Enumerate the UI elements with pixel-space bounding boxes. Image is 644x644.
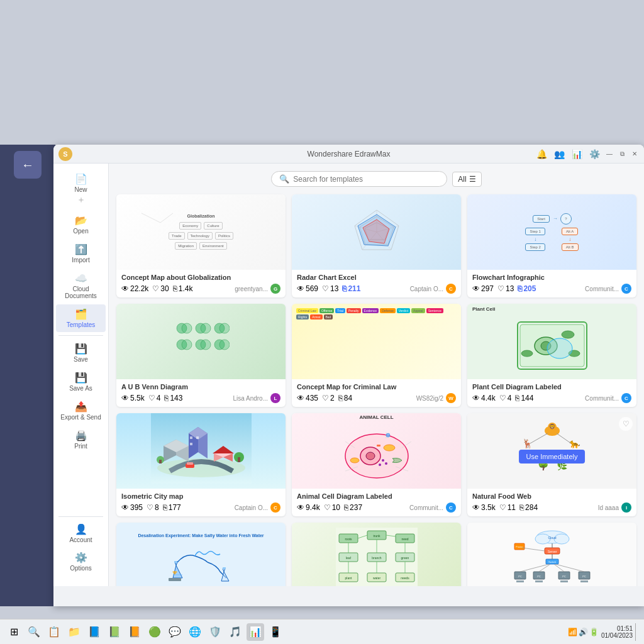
heart-icon: ♡ xyxy=(497,284,504,293)
sidebar-item-import[interactable]: ⬆️ Import xyxy=(56,240,106,267)
search-taskbar[interactable]: 🔍 xyxy=(25,623,43,641)
import-icon: ⬆️ xyxy=(75,243,87,255)
template-card-venn[interactable]: A U B Venn Diagram 👁 5.5k ♡ 4 xyxy=(116,304,286,407)
user-avatar[interactable]: S xyxy=(58,147,72,161)
template-card-flowchart[interactable]: Start → ? Step 1 ↓ Step 2 xyxy=(467,194,636,297)
views-stat: 👁 9.4k xyxy=(297,503,320,512)
template-card-concept-globalization[interactable]: Globalization Economy Culture Trade Tech… xyxy=(116,194,286,297)
views-stat: 👁 5.5k xyxy=(121,394,145,402)
sidebar-item-templates[interactable]: 🗂️ Templates xyxy=(56,304,106,332)
filter-label: All xyxy=(458,175,466,184)
restore-button[interactable]: ⧉ xyxy=(618,150,626,158)
file-explorer-button[interactable]: 📁 xyxy=(65,623,83,641)
svg-rect-82 xyxy=(169,578,181,581)
close-button[interactable]: ✕ xyxy=(630,150,639,158)
search-input[interactable] xyxy=(293,175,439,184)
taskbar: ⊞ 🔍 📋 📁 📘 📗 📙 🟢 💬 🌐 🛡️ 🎵 📊 📱 📶 🔊 🔋 01:51… xyxy=(0,619,644,644)
svg-rect-41 xyxy=(190,443,192,445)
network-tray[interactable]: 📶 xyxy=(568,628,577,636)
title-bar-left: S xyxy=(58,147,72,161)
svg-text:trunk: trunk xyxy=(373,534,380,538)
stats-left: 👁 297 ♡ 13 ⎘ 205 xyxy=(472,284,536,293)
sidebar-item-saveas[interactable]: 💾 Save As xyxy=(56,368,106,396)
start-button[interactable]: ⊞ xyxy=(5,623,23,641)
svg-text:🦁: 🦁 xyxy=(549,423,555,430)
ppt-button[interactable]: 📙 xyxy=(126,623,143,641)
sidebar-item-open[interactable]: 📂 Open xyxy=(56,211,106,238)
template-card-city-map[interactable]: Isometric City map 👁 395 ♡ 8 xyxy=(116,413,286,516)
green-app[interactable]: 🟢 xyxy=(146,623,164,641)
battery-tray[interactable]: 🔋 xyxy=(589,628,599,636)
sidebar-label-export: Export & Send xyxy=(60,414,101,421)
music-button[interactable]: 🎵 xyxy=(226,623,244,641)
template-card-food-web[interactable]: ♡ 🦁 � xyxy=(467,413,636,516)
clock[interactable]: 01:51 01/04/2023 xyxy=(601,625,633,639)
sidebar-item-save[interactable]: 💾 Save xyxy=(56,339,106,367)
stats-icon[interactable]: 📊 xyxy=(570,147,584,161)
copy-icon: ⎘ xyxy=(173,284,177,293)
template-card-food-web2[interactable]: roots trunk need leaf xyxy=(292,523,461,586)
app-title: Wondershare EdrawMax xyxy=(308,150,391,158)
thumb-city xyxy=(116,413,286,489)
time: 01:51 xyxy=(601,625,633,632)
sidebar-label-open: Open xyxy=(73,228,88,235)
notification-icon[interactable]: 🔔 xyxy=(535,147,548,161)
settings-icon[interactable]: ⚙️ xyxy=(587,147,601,161)
stats-row: 👁 435 ♡ 2 ⎘ 84 xyxy=(297,393,456,403)
excel-button[interactable]: 📗 xyxy=(106,623,123,641)
sidebar-item-cloud[interactable]: ☁️ Cloud Documents xyxy=(56,269,106,303)
likes-stat: ♡ 4 xyxy=(499,394,512,402)
venn-svg xyxy=(173,319,230,364)
search-box[interactable]: 🔍 xyxy=(271,171,447,187)
radar-svg xyxy=(352,207,402,257)
minimize-button[interactable]: — xyxy=(605,150,614,158)
template-card-plant-cell[interactable]: Plant Cell xyxy=(467,304,636,407)
thumb-animal-cell: ANIMAL CELL xyxy=(292,413,461,489)
use-immediately-button[interactable]: Use Immediately xyxy=(519,450,586,464)
telegram-button[interactable]: 💬 xyxy=(166,623,184,641)
back-button[interactable]: ← xyxy=(14,151,42,179)
svg-rect-123 xyxy=(516,580,524,582)
edraw-taskbar[interactable]: 📊 xyxy=(247,623,264,641)
template-card-animal-cell[interactable]: ANIMAL CELL xyxy=(292,413,461,516)
shield-button[interactable]: 🛡️ xyxy=(206,623,224,641)
chrome-button[interactable]: 🌐 xyxy=(186,623,204,641)
date: 01/04/2023 xyxy=(601,632,633,639)
svg-point-23 xyxy=(219,340,230,350)
template-card-criminal-law[interactable]: Criminal Law Offense Trial Penalty Evide… xyxy=(292,304,461,407)
copy-icon: ⎘ xyxy=(519,503,524,512)
stats-left: 👁 3.5k ♡ 11 ⎘ 284 xyxy=(472,503,538,512)
copies-stat: ⎘ 237 xyxy=(344,503,362,512)
search-icon: 🔍 xyxy=(279,174,289,184)
template-card-network[interactable]: Cloud Server Switch xyxy=(467,523,636,586)
sidebar-item-print[interactable]: 🖨️ Print xyxy=(56,426,106,453)
plant-cell-svg xyxy=(514,316,590,372)
copies-stat: ⎘ 144 xyxy=(515,394,533,402)
sidebar-item-account[interactable]: 👤 Account xyxy=(56,519,106,547)
sidebar-item-options[interactable]: ⚙️ Options xyxy=(56,548,106,575)
sidebar-item-export[interactable]: 📤 Export & Send xyxy=(56,397,106,425)
card-title: Concept Map for Criminal Law xyxy=(297,383,456,391)
plant-cell-diagram: Plant Cell xyxy=(467,304,636,379)
stats-row: 👁 4.4k ♡ 4 ⎘ 144 xyxy=(472,393,631,403)
thumb-desalination: Desalination Experiment: Make Salty Wate… xyxy=(116,523,286,586)
show-desktop[interactable] xyxy=(635,623,639,641)
copy-icon: ⎘ xyxy=(342,284,347,293)
copies-stat: ⎘ 284 xyxy=(519,503,538,512)
volume-tray[interactable]: 🔊 xyxy=(579,628,588,636)
users-icon[interactable]: 👥 xyxy=(552,147,566,161)
sidebar-item-new[interactable]: 📄 New ＋ xyxy=(56,169,106,209)
template-card-radar[interactable]: Radar Chart Excel 👁 569 ♡ 13 xyxy=(292,194,461,297)
svg-rect-126 xyxy=(535,580,543,582)
word-button[interactable]: 📘 xyxy=(86,623,103,641)
stats-row: 👁 9.4k ♡ 10 ⎘ 237 xyxy=(297,502,456,513)
template-card-desalination[interactable]: Desalination Experiment: Make Salty Wate… xyxy=(116,523,286,586)
print-icon: 🖨️ xyxy=(75,430,87,441)
taskview-button[interactable]: 📋 xyxy=(45,623,63,641)
phone-button[interactable]: 📱 xyxy=(267,623,284,641)
filter-button[interactable]: All ☰ xyxy=(452,172,481,187)
favorite-button[interactable]: ♡ xyxy=(619,417,633,431)
author-avatar: I xyxy=(621,502,631,513)
svg-rect-83 xyxy=(223,567,226,569)
card-info: Isometric City map 👁 395 ♡ 8 xyxy=(116,489,286,516)
